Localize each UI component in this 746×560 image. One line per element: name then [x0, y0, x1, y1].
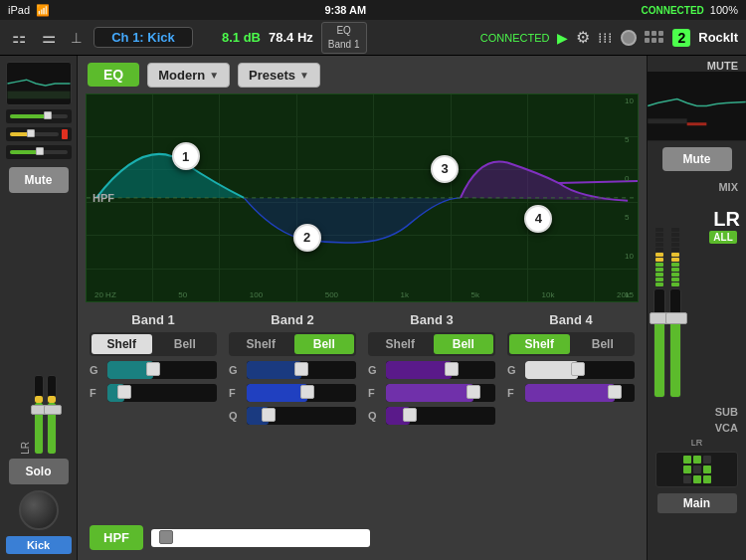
network-icon[interactable]: ⁞⁞⁞	[598, 30, 613, 46]
eq-icon-btn[interactable]: ⚌	[38, 26, 60, 49]
modern-dropdown[interactable]: Modern ▼	[147, 63, 230, 88]
band2-bell-btn[interactable]: Bell	[294, 334, 355, 354]
left-fader-ch2[interactable]	[47, 375, 57, 455]
bands-section: Band 1 Shelf Bell G F	[78, 302, 647, 560]
band1-title: Band 1	[90, 312, 217, 327]
grid-icon[interactable]	[645, 31, 664, 44]
gear-icon[interactable]: ⚙	[576, 28, 590, 47]
sub-label: SUB	[655, 406, 738, 418]
hpf-display-label: HPF	[93, 192, 114, 204]
right-all-label: ALL	[709, 231, 736, 244]
eq-freq-labels: 20 HZ 50 100 500 1k 5k 10k 20k	[87, 290, 638, 299]
freq-1k: 1k	[401, 290, 409, 299]
band-node-2[interactable]: 2	[293, 224, 321, 252]
band-col-1: Band 1 Shelf Bell G F	[86, 308, 221, 515]
freq-5k: 5k	[471, 290, 479, 299]
left-knob[interactable]	[19, 490, 59, 530]
freq-value: 78.4 Hz	[269, 30, 313, 45]
band3-g-slider[interactable]	[386, 361, 495, 379]
band1-g-row: G	[90, 361, 217, 379]
presets-label: Presets	[249, 68, 295, 83]
band1-shelf-btn[interactable]: Shelf	[92, 334, 152, 354]
band4-g-label: G	[507, 364, 521, 376]
modern-arrow: ▼	[209, 70, 219, 81]
band2-type-row: Shelf Bell	[229, 332, 356, 356]
mixer-icon-btn[interactable]: ⚏	[8, 26, 30, 49]
band4-g-slider[interactable]	[525, 361, 635, 379]
freq-100: 100	[250, 290, 263, 299]
ipad-label: iPad	[8, 4, 30, 16]
band2-f-label: F	[229, 387, 243, 399]
band2-q-slider[interactable]	[247, 407, 356, 425]
left-solo-btn[interactable]: Solo	[9, 459, 69, 484]
band-node-1[interactable]: 1	[172, 142, 200, 170]
meter-r	[671, 197, 679, 286]
band-node-4[interactable]: 4	[524, 205, 552, 233]
right-lr-faders	[653, 197, 705, 398]
left-fader-ch1[interactable]	[34, 375, 44, 455]
hpf-btn[interactable]: HPF	[90, 525, 143, 550]
band3-shelf-btn[interactable]: Shelf	[370, 334, 431, 354]
mini-slider-1[interactable]	[6, 109, 72, 123]
right-mute-label-top: MUTE	[648, 56, 746, 72]
lr-fader-section: LR	[20, 197, 57, 455]
band2-g-slider[interactable]	[247, 361, 356, 379]
svg-rect-3	[648, 118, 686, 123]
right-mini-eq	[648, 72, 746, 141]
freq-20hz: 20 HZ	[94, 290, 116, 299]
band2-f-slider[interactable]	[247, 384, 356, 402]
hpf-handle[interactable]	[159, 530, 173, 544]
right-lr-big: LR	[709, 201, 740, 229]
kick-label: Kick	[6, 536, 72, 554]
left-mute-btn[interactable]: Mute	[9, 167, 69, 193]
play-icon[interactable]: ▶	[557, 30, 568, 46]
band4-f-label: F	[507, 387, 521, 399]
band2-q-row: Q	[229, 407, 356, 425]
rockit-label: RockIt	[698, 30, 738, 45]
band4-type-row: Shelf Bell	[507, 332, 635, 356]
band-node-3[interactable]: 3	[431, 155, 459, 183]
eq-toggle-btn[interactable]: EQ	[88, 63, 139, 87]
record-btn[interactable]	[621, 30, 637, 46]
band4-shelf-btn[interactable]: Shelf	[509, 334, 570, 354]
band1-f-slider[interactable]	[107, 384, 217, 402]
presets-arrow: ▼	[299, 70, 309, 81]
band1-f-label: F	[90, 387, 103, 399]
right-mix-label: MIX	[648, 177, 746, 193]
master-box[interactable]	[655, 452, 738, 487]
band-col-4: Band 4 Shelf Bell G F	[503, 308, 639, 515]
band2-shelf-btn[interactable]: Shelf	[231, 334, 291, 354]
lr-indicator: LR	[648, 438, 746, 448]
right-fader-r[interactable]	[669, 197, 681, 398]
eq-db-labels: 105051015	[625, 94, 634, 301]
left-sidebar: Mute LR Solo Kick	[0, 56, 78, 560]
assign-icon-btn[interactable]: ⟂	[68, 27, 86, 49]
band1-bell-btn[interactable]: Bell	[155, 334, 216, 354]
mini-slider-2[interactable]	[6, 127, 72, 141]
band3-q-row: Q	[368, 407, 495, 425]
main-label-btn[interactable]: Main	[657, 493, 737, 513]
band4-f-row: F	[507, 384, 635, 402]
eq-display[interactable]: HPF 1 2 3 4 20 HZ 50 100 500 1k 5k 10k 2…	[86, 93, 639, 302]
channel-label: Ch 1: Kick	[93, 27, 193, 48]
freq-10k: 10k	[542, 290, 555, 299]
right-mute-btn[interactable]: Mute	[662, 147, 732, 171]
mini-slider-3[interactable]	[6, 145, 72, 159]
band3-bell-btn[interactable]: Bell	[434, 334, 494, 354]
connected-header: CONNECTED	[480, 32, 550, 44]
presets-dropdown[interactable]: Presets ▼	[238, 63, 320, 88]
right-sub-labels: SUB VCA	[648, 402, 746, 438]
right-fader-l[interactable]	[653, 197, 665, 398]
master-grid	[683, 456, 711, 483]
band3-f-slider[interactable]	[386, 384, 495, 402]
svg-rect-4	[687, 122, 707, 125]
band-columns: Band 1 Shelf Bell G F	[86, 308, 639, 515]
hpf-row: HPF	[86, 521, 639, 554]
band4-f-slider[interactable]	[525, 384, 635, 402]
hpf-slider[interactable]	[151, 529, 370, 547]
band3-q-slider[interactable]	[386, 407, 495, 425]
band4-bell-btn[interactable]: Bell	[573, 334, 634, 354]
center-content: EQ Modern ▼ Presets ▼	[78, 56, 647, 560]
wifi-icon: 📶	[36, 4, 50, 17]
band1-g-slider[interactable]	[107, 361, 217, 379]
